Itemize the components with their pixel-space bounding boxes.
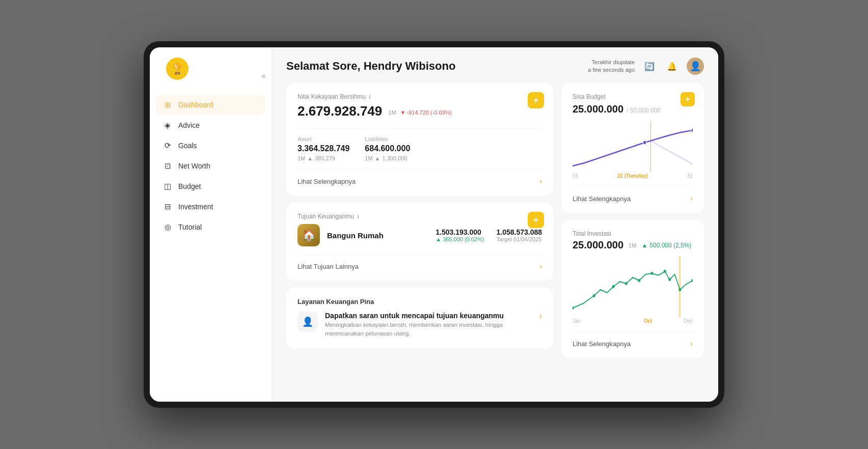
asset-value: 3.364.528.749 (297, 144, 349, 153)
app-logo: 🏆 (166, 58, 188, 80)
content-grid: Nilai Kekayaan Bersihmu ℹ + 2.679.928.74… (272, 83, 718, 402)
net-worth-period: 1M ▼ -914.720 (-0.03%) (388, 109, 452, 116)
sidebar-item-advice[interactable]: ◈ Advice (156, 116, 265, 135)
page-greeting: Selamat Sore, Hendry Wibisono (286, 60, 455, 73)
net-worth-nav-label: Net Worth (178, 162, 210, 170)
sidebar-item-budget[interactable]: ◫ Budget (156, 177, 265, 196)
invest-card-title: Total Investasi (573, 230, 693, 237)
tutorial-nav-label: Tutorial (178, 223, 202, 231)
budget-add-button[interactable]: + (681, 92, 695, 106)
goal-row: 🏠 Bangun Rumah 1.503.193.000 ▲ 365.000 (… (297, 224, 542, 246)
goals-info-icon: ℹ (357, 213, 359, 220)
asset-item: Asset 3.364.528.749 1M ▲ 385.279 (297, 136, 349, 161)
svg-point-6 (612, 285, 615, 288)
goal-target-value: 1.058.573.088 Target 01/04/2025 (496, 228, 542, 242)
net-worth-nav-icon: ⊡ (163, 161, 172, 171)
sidebar-nav: ⊞ Dashboard ◈ Advice ⟳ Goals ⊡ Net Worth… (150, 95, 272, 237)
svg-point-11 (668, 278, 671, 281)
goals-add-button[interactable]: + (528, 212, 544, 228)
layanan-row: 👤 Dapatkan saran untuk mencapai tujuan k… (297, 312, 542, 339)
net-worth-change: ▼ -914.720 (-0.03%) (400, 109, 452, 116)
avatar[interactable]: 👤 (687, 58, 704, 75)
svg-point-5 (593, 294, 595, 297)
layanan-text: Dapatkan saran untuk mencapai tujuan keu… (325, 312, 532, 339)
goal-values: 1.503.193.000 ▲ 365.000 (0.02%) 1.058.57… (436, 228, 542, 242)
invest-period: 1M (629, 242, 636, 248)
asset-change: 1M ▲ 385.279 (297, 155, 349, 161)
sidebar-item-dashboard[interactable]: ⊞ Dashboard (156, 95, 265, 115)
liab-item: Liabilities 684.600.000 1M ▲ 1.300.000 (365, 136, 410, 161)
budget-card-title: Sisa Budget (573, 93, 693, 100)
sidebar: 🏆 « ⊞ Dashboard ◈ Advice ⟳ Goals ⊡ Net W… (150, 47, 272, 402)
layanan-card: Layanan Keuangan Pina 👤 Dapatkan saran u… (286, 288, 553, 349)
budget-value: 25.000.000 (573, 103, 623, 115)
layanan-section-title: Layanan Keuangan Pina (297, 298, 542, 305)
collapse-button[interactable]: « (262, 72, 266, 80)
investment-nav-label: Investment (178, 203, 213, 211)
investment-nav-icon: ⊟ (163, 202, 172, 211)
invest-chart-x-labels: Jan Oct Dec (573, 318, 693, 324)
tutorial-nav-icon: ◎ (163, 222, 172, 232)
budget-nav-icon: ◫ (163, 182, 172, 191)
svg-point-8 (638, 279, 640, 282)
sidebar-item-net-worth[interactable]: ⊡ Net Worth (156, 156, 265, 176)
svg-point-1 (643, 141, 646, 145)
budget-nav-label: Budget (178, 182, 201, 190)
content-left: Nilai Kekayaan Bersihmu ℹ + 2.679.928.74… (286, 83, 553, 391)
liab-label: Liabilities (365, 136, 410, 142)
goals-footer-arrow: › (539, 262, 542, 270)
goal-name: Bangun Rumah (327, 231, 388, 240)
content-right: Sisa Budget + 25.000.000 / 50.000.000 (561, 83, 704, 391)
budget-chart-x-labels: 01 22 (Tuesday) 31 (573, 173, 693, 179)
goals-nav-icon: ⟳ (163, 141, 172, 150)
device-frame: 🏆 « ⊞ Dashboard ◈ Advice ⟳ Goals ⊡ Net W… (144, 41, 724, 408)
main-content: Selamat Sore, Hendry Wibisono Terakhir d… (272, 47, 718, 402)
goal-current-value: 1.503.193.000 ▲ 365.000 (0.02%) (436, 228, 484, 242)
sidebar-item-investment[interactable]: ⊟ Investment (156, 197, 265, 216)
invest-change: ▲ 500.000 (2,5%) (641, 242, 691, 249)
invest-card: Total Investasi 25.000.000 1M ▲ 500.000 … (561, 220, 704, 358)
budget-footer-arrow: › (690, 194, 693, 203)
device-screen: 🏆 « ⊞ Dashboard ◈ Advice ⟳ Goals ⊡ Net W… (150, 47, 718, 402)
goal-thumbnail: 🏠 (297, 224, 320, 246)
svg-point-12 (679, 288, 681, 291)
sidebar-item-tutorial[interactable]: ◎ Tutorial (156, 217, 265, 237)
net-worth-add-button[interactable]: + (528, 92, 544, 108)
refresh-icon[interactable]: 🔄 (642, 59, 657, 74)
goals-card: Tujuan Keuanganmu ℹ + 🏠 Bangun Rumah (286, 203, 553, 280)
goals-footer[interactable]: Lihat Tujuan Lainnya › (297, 255, 542, 270)
net-worth-card: Nilai Kekayaan Bersihmu ℹ + 2.679.928.74… (286, 83, 553, 195)
goals-card-title: Tujuan Keuanganmu ℹ (297, 213, 542, 220)
layanan-arrow[interactable]: › (539, 312, 542, 321)
header-right: Terakhir diupdate a few seconds ago 🔄 🔔 … (588, 58, 704, 75)
budget-card: Sisa Budget + 25.000.000 / 50.000.000 (561, 83, 704, 213)
liab-change: 1M ▲ 1.300.000 (365, 155, 410, 161)
budget-separator: / 50.000.000 (627, 107, 661, 114)
invest-footer-arrow: › (690, 340, 693, 348)
svg-point-9 (650, 272, 653, 275)
invest-chart (573, 256, 693, 317)
last-update: Terakhir diupdate a few seconds ago (588, 59, 635, 74)
net-worth-card-title: Nilai Kekayaan Bersihmu ℹ (297, 93, 542, 100)
invest-value: 25.000.000 (573, 239, 623, 251)
asset-liab-row: Asset 3.364.528.749 1M ▲ 385.279 Liabili… (297, 128, 542, 161)
liab-value: 684.600.000 (365, 144, 410, 153)
svg-point-2 (691, 128, 693, 132)
bell-icon[interactable]: 🔔 (664, 59, 680, 74)
invest-footer[interactable]: Lihat Selengkapnya › (573, 332, 693, 348)
dashboard-nav-icon: ⊞ (163, 100, 172, 109)
budget-chart (573, 121, 693, 172)
header: Selamat Sore, Hendry Wibisono Terakhir d… (272, 47, 718, 83)
net-worth-footer-arrow: › (539, 177, 542, 185)
svg-point-7 (625, 282, 628, 285)
net-worth-value: 2.679.928.749 (297, 103, 382, 119)
sidebar-item-goals[interactable]: ⟳ Goals (156, 136, 265, 155)
advice-nav-label: Advice (178, 121, 200, 129)
net-worth-footer[interactable]: Lihat Selengkapnya › (297, 170, 542, 185)
layanan-icon: 👤 (297, 312, 318, 332)
budget-footer[interactable]: Lihat Selengkapnya › (573, 187, 693, 203)
asset-label: Asset (297, 136, 349, 142)
svg-point-4 (573, 306, 574, 310)
info-icon: ℹ (369, 94, 371, 100)
advice-nav-icon: ◈ (163, 121, 172, 130)
